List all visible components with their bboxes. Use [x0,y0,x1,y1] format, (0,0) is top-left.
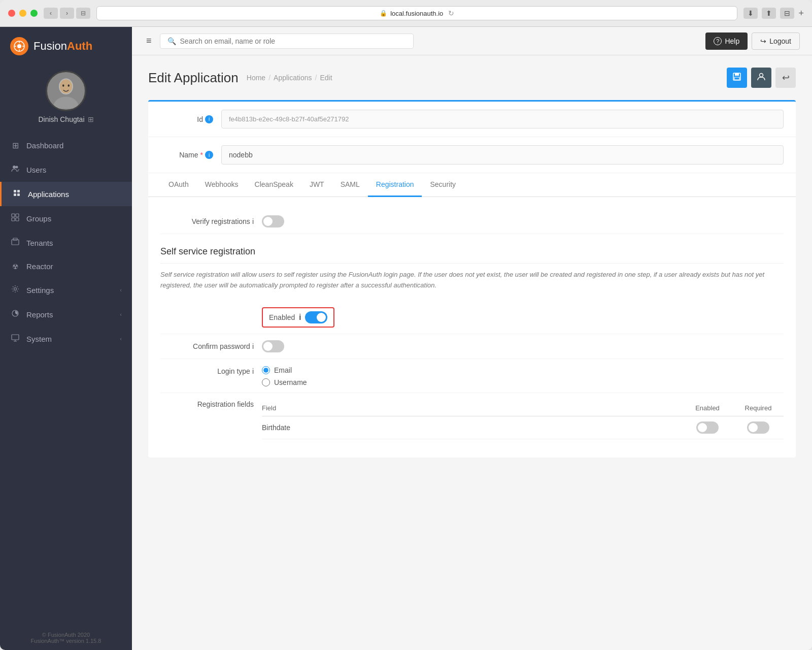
name-info-icon[interactable]: i [205,151,213,159]
save-button[interactable] [727,68,747,88]
user-edit-icon [757,72,766,84]
svg-rect-16 [14,193,16,196]
svg-rect-19 [16,214,19,217]
download-button[interactable]: ⬇ [743,8,758,19]
login-type-email-radio[interactable] [262,366,270,374]
reg-field-col-required: Required [733,404,784,412]
new-tab-button[interactable]: ⊟ [780,8,794,19]
svg-point-13 [16,166,18,169]
tab-jwt[interactable]: JWT [301,173,332,197]
confirm-password-toggle[interactable] [262,340,284,352]
enabled-toggle[interactable] [305,311,327,323]
svg-rect-20 [12,218,15,221]
tab-cleanspeak[interactable]: CleanSpeak [247,173,301,197]
breadcrumb-sep1: / [268,74,270,82]
applications-icon [12,189,22,199]
tab-webhooks[interactable]: Webhooks [197,173,247,197]
minimize-button[interactable] [19,10,26,17]
svg-rect-14 [14,190,16,192]
confirm-password-info-icon[interactable]: i [252,342,254,350]
login-type-options: Email Username [262,366,307,386]
verify-registrations-label: Verify registrations i [160,217,262,225]
verify-registrations-toggle[interactable] [262,215,284,228]
sidebar-item-settings[interactable]: Settings ‹ [0,278,132,302]
login-type-username-option[interactable]: Username [262,378,307,386]
id-info-icon[interactable]: i [205,115,213,123]
users-icon [10,165,20,175]
enabled-info-icon[interactable]: i [299,313,301,322]
back-icon: ↩ [782,72,790,83]
close-button[interactable] [8,10,15,17]
self-service-description: Self service registration will allow use… [160,270,784,291]
svg-point-12 [13,166,16,169]
settings-icon [10,285,20,295]
sidebar-item-system[interactable]: System ‹ [0,327,132,351]
add-tab-button[interactable]: + [798,8,804,19]
share-button[interactable]: ⬆ [762,8,776,19]
sidebar-item-groups[interactable]: Groups [0,206,132,231]
sidebar-item-users[interactable]: Users [0,157,132,182]
birthdate-required-toggle[interactable] [747,421,769,434]
login-type-username-radio[interactable] [262,378,270,386]
hamburger-button[interactable]: ≡ [144,34,154,48]
tab-oauth[interactable]: OAuth [160,173,197,197]
login-type-info-icon[interactable]: i [252,367,254,375]
reload-button[interactable]: ↻ [448,9,454,17]
reg-field-col-enabled: Enabled [682,404,733,412]
save-icon [732,72,741,84]
search-icon: 🔍 [167,37,176,45]
sidebar-item-dashboard[interactable]: ⊞ Dashboard [0,134,132,157]
svg-point-24 [14,288,17,290]
breadcrumb-applications[interactable]: Applications [274,74,312,82]
id-input[interactable] [221,110,784,128]
user-avatar-section: Dinish Chugtai ⊞ [0,66,132,134]
help-button[interactable]: ? Help [705,32,748,50]
birthdate-enabled-toggle[interactable] [696,421,719,434]
svg-rect-28 [735,73,739,76]
registration-fields-row: Registration fields Field Enabled Requir… [160,393,784,445]
breadcrumb-home[interactable]: Home [247,74,265,82]
confirm-password-slider [262,340,284,352]
verify-info-icon[interactable]: i [252,217,254,225]
search-input[interactable] [180,37,406,45]
reg-field-birthdate-required [733,421,784,434]
registration-fields-table: Field Enabled Required Birthdate [262,400,784,439]
back-button[interactable]: ↩ [775,68,796,88]
sidebar-footer: © FusionAuth 2020 FusionAuth™ version 1.… [0,626,132,650]
login-type-email-option[interactable]: Email [262,366,307,374]
logo-text: FusionAuth [33,40,92,53]
sidebar-item-label: Groups [26,214,51,223]
required-indicator: * [200,151,203,159]
app-wrapper: FusionAuth Dinish Chugtai ⊞ [0,27,812,650]
sidebar-item-tenants[interactable]: Tenants [0,231,132,255]
sidebar-item-label: Tenants [26,239,53,247]
search-box[interactable]: 🔍 [160,34,414,49]
tab-saml[interactable]: SAML [332,173,368,197]
window-action-buttons: ⬇ ⬆ ⊟ + [743,8,804,19]
svg-rect-18 [12,214,15,217]
sidebar-item-label: Settings [26,286,54,295]
browser-nav: ‹ › ⊟ [44,8,90,19]
forward-nav-button[interactable]: › [60,8,74,19]
reports-arrow-icon: ‹ [120,311,122,317]
system-arrow-icon: ‹ [120,336,122,342]
tab-security[interactable]: Security [422,173,464,197]
reg-field-birthdate-row: Birthdate [262,416,784,439]
topbar: ≡ 🔍 ? Help ↪ Logout [132,27,812,55]
svg-point-10 [62,84,64,86]
logout-button[interactable]: ↪ Logout [752,32,800,50]
sidebar-item-reactor[interactable]: ☢ Reactor [0,255,132,278]
sidebar-item-reports[interactable]: Reports ‹ [0,302,132,327]
url-text: local.fusionauth.io [390,10,443,17]
sidebar-item-applications[interactable]: Applications [0,182,132,206]
page-header: Edit Application Home / Applications / E… [148,68,796,88]
reader-mode-button[interactable]: ⊟ [76,8,90,19]
name-input[interactable] [221,145,784,165]
back-nav-button[interactable]: ‹ [44,8,58,19]
tab-registration[interactable]: Registration [368,173,422,197]
maximize-button[interactable] [30,10,38,17]
address-bar[interactable]: 🔒 local.fusionauth.io ↻ [96,6,737,20]
user-edit-button[interactable] [751,68,771,88]
page-title: Edit Application [148,70,239,86]
svg-rect-29 [734,77,739,80]
